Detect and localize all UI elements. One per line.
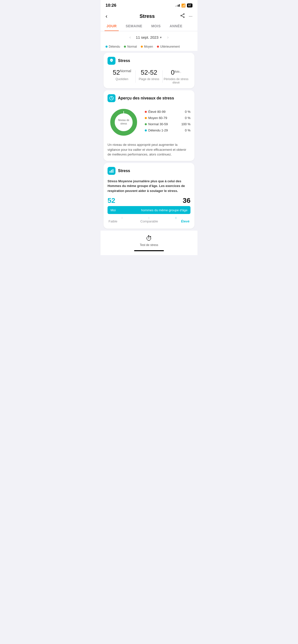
legend-dot-normal bbox=[124, 46, 126, 48]
battery-indicator: 97 bbox=[187, 4, 193, 8]
svg-point-6 bbox=[111, 60, 111, 60]
comparison-title: Stress bbox=[118, 169, 130, 173]
legend-label-moyen: Moyen bbox=[144, 45, 153, 48]
page-title: Stress bbox=[139, 14, 155, 19]
legend-dot-ulterieurement bbox=[157, 46, 159, 48]
legend-label-detendu: Détendu bbox=[109, 45, 120, 48]
svg-text:stress: stress bbox=[120, 122, 127, 125]
stress-description: Un niveau de stress approprié peut augme… bbox=[107, 142, 191, 157]
svg-rect-16 bbox=[112, 169, 113, 172]
legend-normal: Normal 30-59 100 % bbox=[145, 122, 191, 126]
svg-text:Niveau de: Niveau de bbox=[118, 119, 129, 122]
comparison-values-row: 52 36 bbox=[107, 197, 191, 204]
legend-label-ulterieurement: Ultérieurement bbox=[160, 45, 180, 48]
level-faible: Faible bbox=[108, 220, 117, 223]
tab-semaine[interactable]: SEMAINE bbox=[124, 22, 144, 31]
stress-stats-row: 52Normal Quotidien 52-52 Plage de stress… bbox=[107, 69, 191, 84]
home-indicator bbox=[134, 250, 164, 251]
legend-text-eleve: Élevé 80-99 bbox=[148, 110, 165, 114]
comparison-bar-label-left: Moi bbox=[110, 208, 116, 212]
stat-range: 52-52 Plage de stress bbox=[135, 69, 163, 81]
tab-bar: JOUR SEMAINE MOIS ANNÉE bbox=[101, 22, 197, 31]
svg-rect-15 bbox=[111, 170, 112, 172]
tab-mois[interactable]: MOIS bbox=[149, 22, 163, 31]
donut-section: Niveau de stress Élevé 80-99 0 % Moyen 6… bbox=[107, 106, 191, 138]
legend-dot-detendu2 bbox=[145, 130, 147, 132]
stress-summary-icon bbox=[107, 57, 115, 65]
stat-range-value: 52-52 bbox=[135, 69, 163, 76]
legend-item-moyen: Moyen bbox=[141, 45, 153, 48]
more-icon[interactable]: ··· bbox=[189, 14, 193, 19]
date-next-button[interactable]: › bbox=[167, 35, 169, 40]
stress-level-title: Aperçu des niveaux de stress bbox=[118, 96, 174, 100]
header: ‹ Stress ··· bbox=[101, 10, 197, 22]
legend-dot-moyen bbox=[141, 46, 143, 48]
legend-dot-moyen2 bbox=[145, 117, 147, 119]
legend-item-normal: Normal bbox=[124, 45, 137, 48]
tick-2 bbox=[149, 217, 149, 219]
legend-dot-eleve bbox=[145, 111, 147, 113]
legend-text-normal: Normal 30-59 bbox=[148, 122, 168, 126]
legend-label-normal: Normal bbox=[127, 45, 137, 48]
tick-active bbox=[176, 217, 176, 219]
legend-detendu: Détendu 1-29 0 % bbox=[145, 128, 191, 132]
tab-annee[interactable]: ANNÉE bbox=[168, 22, 185, 31]
comparison-icon bbox=[107, 167, 115, 175]
stat-periods-label: Périodes de stress élevé bbox=[163, 77, 190, 84]
svg-rect-14 bbox=[110, 171, 110, 173]
wifi-icon: 📶 bbox=[181, 4, 186, 8]
comparison-card: Stress Stress Moyenne journalière plus q… bbox=[104, 163, 194, 229]
comparison-bar: Moi hommes du même groupe d'âge bbox=[107, 206, 191, 214]
test-stress-icon: ⏱ bbox=[146, 234, 152, 242]
stress-level-header: Aperçu des niveaux de stress bbox=[107, 94, 191, 102]
stress-legend: Détendu Normal Moyen Ultérieurement bbox=[101, 44, 197, 51]
legend-text-detendu: Détendu 1-29 bbox=[148, 128, 168, 132]
stress-summary-card: Stress 52Normal Quotidien 52-52 Plage de… bbox=[104, 53, 194, 88]
stat-daily-value: 52Normal bbox=[108, 69, 135, 76]
bottom-navigation: ⏱ Test de stress bbox=[101, 230, 197, 255]
date-navigation: ‹ 11 sept. 2023 ▼ › bbox=[101, 31, 197, 44]
legend-pct-eleve: 0 % bbox=[185, 110, 191, 114]
legend-text-moyen: Moyen 60-79 bbox=[148, 116, 167, 120]
comparison-avg-value: 36 bbox=[183, 197, 191, 204]
date-selector[interactable]: 11 sept. 2023 ▼ bbox=[136, 35, 162, 40]
stress-summary-title: Stress bbox=[118, 58, 130, 63]
date-prev-button[interactable]: ‹ bbox=[129, 35, 131, 40]
stat-periods[interactable]: 0fois › Périodes de stress élevé bbox=[163, 69, 190, 84]
donut-legend: Élevé 80-99 0 % Moyen 60-79 0 % Normal 3… bbox=[145, 110, 191, 135]
test-stress-button[interactable]: ⏱ Test de stress bbox=[140, 234, 158, 247]
legend-dot-detendu bbox=[105, 46, 107, 48]
donut-chart: Niveau de stress bbox=[107, 106, 140, 138]
legend-dot-normal2 bbox=[145, 123, 147, 125]
stress-level-overview-card: Aperçu des niveaux de stress Niveau de s… bbox=[104, 90, 194, 161]
level-eleve: Élevé bbox=[181, 220, 190, 223]
comparison-levels: Faible Comparable Élevé bbox=[107, 220, 191, 223]
stat-periods-chevron: › bbox=[180, 70, 181, 74]
svg-point-7 bbox=[112, 60, 112, 60]
share-icon[interactable] bbox=[180, 13, 185, 20]
legend-pct-moyen: 0 % bbox=[185, 116, 191, 120]
comparison-header: Stress bbox=[107, 167, 191, 175]
back-button[interactable]: ‹ bbox=[105, 13, 114, 20]
status-bar: 10:26 📶 97 bbox=[101, 0, 197, 10]
stress-level-icon bbox=[107, 94, 115, 102]
header-actions: ··· bbox=[180, 13, 193, 20]
date-text: 11 sept. 2023 bbox=[136, 35, 159, 40]
tab-jour[interactable]: JOUR bbox=[104, 22, 119, 31]
tick-1 bbox=[122, 217, 122, 219]
comparison-description: Stress Moyenne journalière plus que à ce… bbox=[107, 179, 191, 194]
signal-bars-icon bbox=[175, 4, 180, 7]
stress-summary-header: Stress bbox=[107, 57, 191, 65]
stat-daily: 52Normal Quotidien bbox=[108, 69, 135, 81]
legend-moyen: Moyen 60-79 0 % bbox=[145, 116, 191, 120]
level-comparable: Comparable bbox=[140, 220, 158, 223]
legend-pct-normal: 100 % bbox=[181, 122, 191, 126]
legend-item-detendu: Détendu bbox=[105, 45, 120, 48]
svg-line-3 bbox=[182, 14, 183, 16]
comparison-my-value: 52 bbox=[107, 197, 115, 204]
date-dropdown-arrow: ▼ bbox=[160, 36, 162, 39]
status-time: 10:26 bbox=[105, 3, 116, 8]
stat-range-label: Plage de stress bbox=[135, 77, 163, 81]
test-stress-label: Test de stress bbox=[140, 243, 158, 247]
legend-pct-detendu: 0 % bbox=[185, 128, 191, 132]
